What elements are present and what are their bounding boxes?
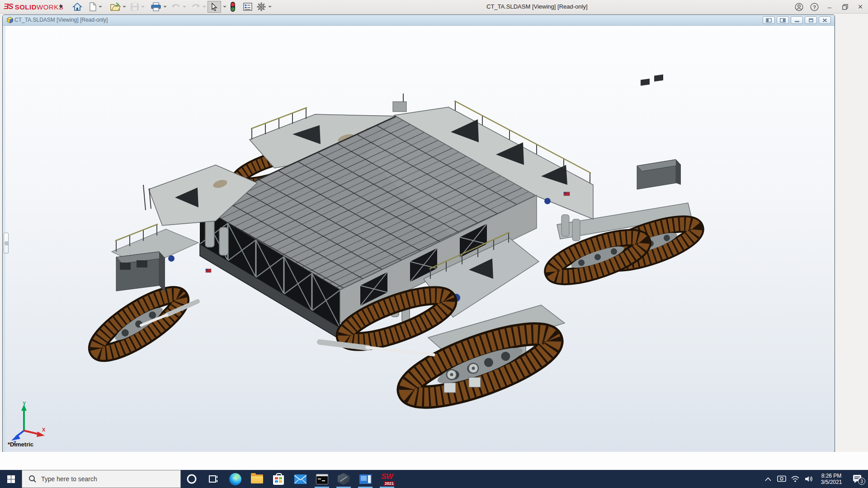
open-folder-icon — [110, 2, 121, 11]
task-view-icon — [208, 474, 218, 484]
svg-text:?: ? — [813, 4, 816, 9]
start-button[interactable] — [0, 470, 22, 488]
pane-left-icon — [766, 18, 772, 23]
triad-y-label: Y — [23, 401, 26, 406]
taskbar-app-utility[interactable] — [333, 470, 354, 488]
document-window: CT_TA.SLDASM [Viewing] [Read-only] — [2, 14, 835, 452]
traffic-light-icon — [230, 1, 236, 12]
document-title: CT_TA.SLDASM [Viewing] [Read-only] — [14, 17, 108, 23]
properties-list-icon — [243, 2, 253, 11]
clock-time: 8:26 PM — [817, 473, 845, 479]
task-view-button[interactable] — [203, 470, 224, 488]
file-properties-button[interactable] — [243, 1, 253, 13]
view-orientation-label: *Dimetric — [8, 441, 33, 448]
print-icon — [151, 2, 161, 11]
wifi-icon — [791, 475, 800, 483]
account-icon — [795, 3, 803, 11]
pane-right-button[interactable] — [777, 16, 789, 24]
app-titlebar: ƎS SOLID WORKS — [0, 0, 868, 14]
taskbar-app-edge[interactable] — [224, 470, 246, 488]
volume-button[interactable] — [802, 470, 816, 488]
app-background — [835, 14, 868, 452]
taskbar: SW 2021 8:26 P — [0, 470, 868, 488]
clock-date: 3/5/2021 — [817, 479, 845, 485]
pane-left-button[interactable] — [763, 16, 775, 24]
save-dropdown-icon — [141, 6, 145, 8]
left-truck — [90, 286, 198, 362]
account-button[interactable] — [791, 0, 807, 14]
minimize-button[interactable]: – — [822, 0, 837, 14]
gear-icon — [256, 2, 266, 12]
pane-right-icon — [780, 18, 786, 23]
select-button[interactable] — [208, 1, 226, 13]
undo-button — [171, 1, 186, 13]
taskbar-app-cmd[interactable] — [311, 470, 333, 488]
doc-minimize-button[interactable] — [791, 16, 803, 24]
print-dropdown-icon[interactable] — [163, 6, 167, 8]
doc-restore-button[interactable] — [805, 16, 817, 24]
home-icon — [72, 2, 82, 11]
search-input[interactable] — [41, 475, 168, 483]
solidworks-logo: ƎS SOLID WORKS — [4, 2, 63, 12]
rebuild-button[interactable] — [230, 1, 236, 13]
command-prompt-icon — [316, 474, 328, 484]
window-app-icon — [359, 474, 372, 484]
home-button[interactable] — [72, 1, 82, 13]
restore-button[interactable] — [837, 0, 853, 14]
redo-dropdown-icon — [203, 6, 206, 8]
doc-restore-icon — [808, 18, 814, 23]
new-document-icon — [89, 2, 97, 11]
right-rear-truck — [549, 203, 700, 285]
doc-close-icon — [822, 18, 827, 23]
help-icon: ? — [810, 3, 819, 11]
taskbar-app-mail[interactable] — [289, 470, 311, 488]
windows-logo-icon — [7, 475, 15, 483]
pane-splitter-handle[interactable] — [4, 233, 9, 253]
select-button-pressed[interactable] — [208, 1, 221, 13]
open-dropdown-icon[interactable] — [123, 6, 126, 8]
speaker-icon — [804, 475, 813, 483]
right-cab — [637, 75, 681, 189]
options-dropdown-icon[interactable] — [268, 6, 272, 8]
new-document-button[interactable] — [89, 1, 102, 13]
system-tray: 8:26 PM 3/5/2021 3 — [761, 470, 868, 488]
crawler-transporter-model — [3, 26, 834, 452]
taskbar-clock[interactable]: 8:26 PM 3/5/2021 — [817, 473, 845, 485]
meet-now-button[interactable] — [775, 470, 788, 488]
close-button[interactable]: × — [853, 0, 868, 14]
app-background-bottom — [0, 452, 868, 470]
menu-expand-arrow-icon[interactable] — [60, 4, 63, 9]
select-dropdown-icon[interactable] — [223, 6, 226, 8]
taskbar-app-file-explorer[interactable] — [246, 470, 268, 488]
help-button[interactable]: ? — [807, 0, 822, 14]
undo-icon — [171, 3, 181, 11]
tray-expand-button[interactable] — [761, 470, 775, 488]
doc-close-button[interactable] — [819, 16, 831, 24]
left-cab — [116, 252, 165, 292]
notification-center-button[interactable]: 3 — [847, 470, 868, 488]
taskbar-app-store[interactable] — [268, 470, 289, 488]
assembly-cube-icon — [6, 17, 14, 24]
save-button — [130, 1, 145, 13]
taskbar-search[interactable] — [22, 470, 181, 488]
edge-icon — [229, 473, 241, 485]
taskbar-app-solidworks[interactable]: SW 2021 — [376, 470, 398, 488]
store-icon — [273, 475, 284, 485]
print-button[interactable] — [151, 1, 167, 13]
orientation-triad: Y X Z — [9, 400, 50, 445]
cortana-button[interactable] — [181, 470, 203, 488]
mail-icon — [294, 474, 307, 484]
meet-now-icon — [777, 475, 786, 483]
options-button[interactable] — [256, 1, 272, 13]
network-button[interactable] — [788, 470, 802, 488]
undo-dropdown-icon — [183, 6, 186, 8]
viewport-canvas[interactable]: Y X Z *Dimetric — [3, 26, 834, 452]
cortana-icon — [186, 474, 197, 484]
solidworks-app-icon: SW 2021 — [380, 472, 394, 486]
document-titlebar[interactable]: CT_TA.SLDASM [Viewing] [Read-only] — [3, 15, 835, 26]
new-dropdown-icon[interactable] — [99, 6, 102, 8]
open-button[interactable] — [110, 1, 126, 13]
redo-button — [191, 1, 206, 13]
solidworks-logo-glyph: ƎS — [4, 2, 13, 11]
taskbar-app-remote-window[interactable] — [354, 470, 376, 488]
